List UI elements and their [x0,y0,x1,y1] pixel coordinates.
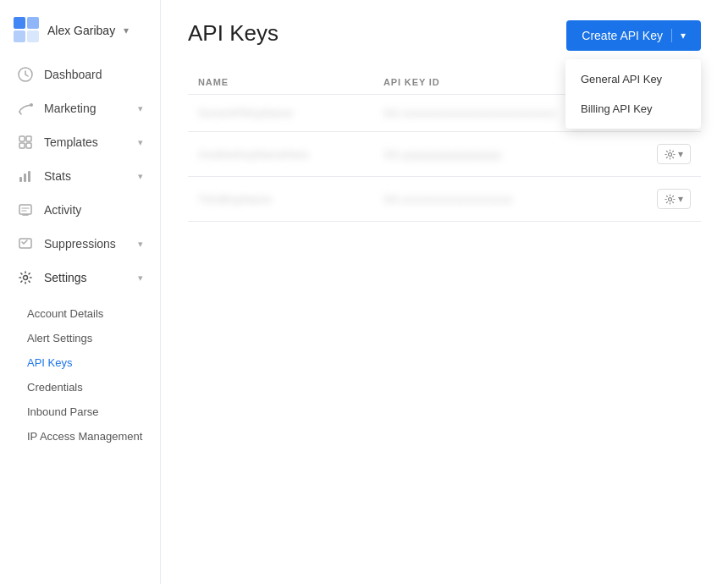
svg-rect-3 [27,30,39,42]
sub-nav-alert-settings[interactable]: Alert Settings [0,326,160,350]
sidebar-item-dashboard[interactable]: Dashboard [3,58,157,91]
button-divider [671,29,672,42]
sub-nav-inbound-parse[interactable]: Inbound Parse [0,399,160,424]
user-chevron-icon: ▾ [124,25,129,36]
templates-icon [17,134,34,151]
create-api-key-dropdown-arrow-icon: ▾ [681,30,686,41]
sidebar-label-dashboard: Dashboard [44,68,143,81]
table-row: AnotherKeyNameHere SG.yyyyyyyyyyyyyyyyyy… [188,132,701,177]
activity-icon [17,201,34,218]
user-name: Alex Garibay [47,24,115,37]
user-header[interactable]: Alex Garibay ▾ [0,7,160,54]
svg-point-5 [30,103,33,107]
sidebar-item-activity[interactable]: Activity [3,193,157,227]
sidebar-label-suppressions: Suppressions [44,237,128,251]
svg-point-17 [669,197,672,201]
svg-rect-7 [26,136,31,141]
table-cell-name-2: AnotherKeyNameHere [188,132,373,177]
svg-rect-12 [28,171,30,182]
gear-dropdown-arrow-icon: ▾ [678,193,683,205]
sidebar-label-templates: Templates [44,135,128,149]
svg-rect-14 [19,239,31,248]
create-api-key-dropdown: General API Key Billing API Key [565,59,701,129]
table-cell-key-id-3: SG.zzzzzzzzzzzzzzzzzzzz [373,177,647,222]
create-api-key-label: Create API Key [582,29,663,42]
sub-nav-ip-access-management[interactable]: IP Access Management [0,424,160,449]
dropdown-item-billing-api-key[interactable]: Billing API Key [565,94,701,124]
table-row: ThirdKeyName SG.zzzzzzzzzzzzzzzzzzzz ▾ [188,177,701,222]
table-cell-actions-2[interactable]: ▾ [647,132,701,177]
sub-nav-account-details[interactable]: Account Details [0,301,160,326]
sidebar-item-settings[interactable]: Settings ▾ [3,261,157,295]
suppressions-chevron-icon: ▾ [138,239,143,250]
sidebar-label-marketing: Marketing [44,102,128,115]
sidebar-item-templates[interactable]: Templates ▾ [3,125,157,159]
app-logo [14,17,41,44]
settings-chevron-icon: ▾ [138,273,143,284]
sidebar-item-suppressions[interactable]: Suppressions ▾ [3,227,157,261]
svg-rect-9 [26,143,31,148]
gear-icon [665,194,676,205]
stats-chevron-icon: ▾ [138,171,143,182]
svg-rect-2 [14,30,25,42]
gear-icon [665,149,676,160]
svg-rect-6 [19,136,25,141]
svg-point-15 [24,276,28,280]
table-header-name: NAME [188,70,373,95]
main-content: API Keys Create API Key ▾ General API Ke… [161,0,728,584]
svg-rect-10 [19,177,22,182]
svg-point-16 [669,152,672,156]
sidebar-item-marketing[interactable]: Marketing ▾ [3,91,157,125]
sidebar-label-activity: Activity [44,203,143,217]
create-api-key-button[interactable]: Create API Key ▾ [566,20,701,51]
svg-rect-1 [27,17,39,29]
sub-nav-api-keys[interactable]: API Keys [0,350,160,375]
svg-rect-11 [24,174,26,182]
svg-rect-13 [19,205,31,214]
sidebar: Alex Garibay ▾ Dashboard Marketing ▾ Tem… [0,0,161,584]
settings-icon [17,269,34,286]
gear-button-row-2[interactable]: ▾ [657,144,691,164]
table-cell-actions-3[interactable]: ▾ [647,177,701,222]
marketing-chevron-icon: ▾ [138,103,143,114]
gear-button-row-3[interactable]: ▾ [657,189,691,209]
dashboard-icon [17,66,34,83]
table-cell-key-id-2: SG.yyyyyyyyyyyyyyyyyy [373,132,647,177]
templates-chevron-icon: ▾ [138,137,143,148]
dropdown-item-general-api-key[interactable]: General API Key [565,64,701,94]
sidebar-label-stats: Stats [44,169,128,183]
svg-rect-0 [14,17,25,29]
settings-sub-nav: Account Details Alert Settings API Keys … [0,298,160,452]
gear-dropdown-arrow-icon: ▾ [678,148,683,160]
main-nav: Dashboard Marketing ▾ Templates ▾ Stats … [0,54,160,298]
svg-rect-8 [19,143,25,148]
sidebar-label-settings: Settings [44,271,128,284]
stats-icon [17,168,34,185]
sub-nav-credentials[interactable]: Credentials [0,375,160,399]
suppressions-icon [17,235,34,252]
create-api-key-container: Create API Key ▾ General API Key Billing… [566,20,701,51]
table-cell-name-3: ThirdKeyName [188,177,373,222]
marketing-icon [17,100,34,117]
table-cell-name-1: SomeAPIKeyName [188,95,373,132]
sidebar-item-stats[interactable]: Stats ▾ [3,159,157,193]
